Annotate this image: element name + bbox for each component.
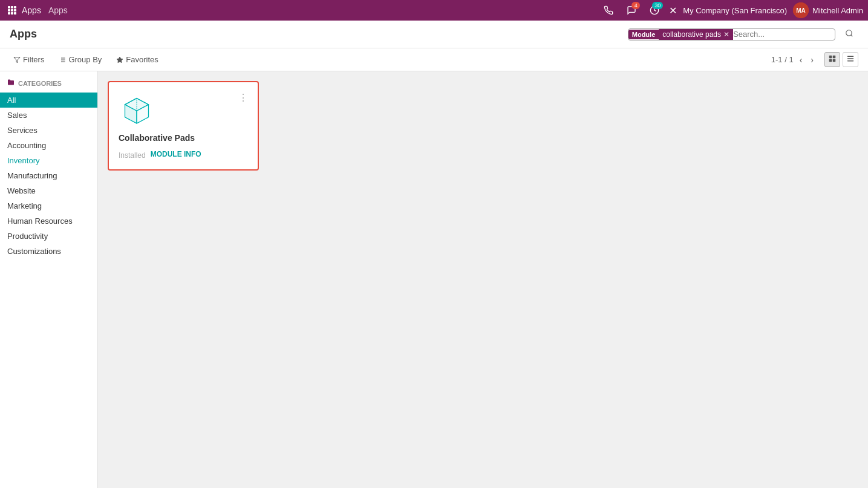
search-wrapper: Module collaborative pads ✕ [628, 28, 835, 41]
svg-rect-27 [847, 58, 854, 59]
sidebar-item-website[interactable]: Website [0, 183, 97, 198]
svg-rect-28 [847, 60, 854, 62]
toolbar: Filters Group By Favorites 1-1 / 1 ‹ › [0, 48, 868, 71]
svg-rect-1 [11, 6, 13, 8]
svg-marker-14 [14, 57, 20, 62]
svg-rect-3 [8, 9, 10, 11]
module-info-button[interactable]: MODULE INFO [151, 150, 201, 158]
sidebar-item-productivity[interactable]: Productivity [0, 229, 97, 244]
svg-rect-8 [14, 12, 16, 15]
prev-page-button[interactable]: ‹ [797, 54, 805, 66]
sidebar-item-sales[interactable]: Sales [0, 108, 97, 123]
favorites-button[interactable]: Favorites [113, 53, 162, 67]
svg-rect-25 [833, 59, 836, 62]
svg-text:MA: MA [796, 7, 806, 14]
main-layout: CATEGORIES All Sales Services Accounting… [0, 71, 868, 488]
card-actions: Installed MODULE INFO [119, 149, 248, 160]
sidebar: CATEGORIES All Sales Services Accounting… [0, 71, 98, 488]
sidebar-item-human-resources[interactable]: Human Resources [0, 213, 97, 229]
chat-badge: 4 [631, 2, 640, 9]
page-header: Apps Module collaborative pads ✕ [0, 21, 868, 48]
app-status: Installed [119, 151, 146, 160]
sidebar-item-marketing[interactable]: Marketing [0, 198, 97, 213]
sidebar-item-services[interactable]: Services [0, 123, 97, 138]
filters-button[interactable]: Filters [10, 53, 48, 67]
pagination-text: 1-1 / 1 [771, 55, 794, 64]
search-button[interactable] [840, 27, 858, 42]
apps-grid: ⋮ Collaborative Pads Installed MODULE IN… [108, 81, 858, 171]
next-page-button[interactable]: › [808, 54, 816, 66]
phone-icon[interactable] [600, 2, 617, 19]
list-view-button[interactable] [843, 52, 858, 67]
svg-rect-22 [829, 56, 832, 59]
app-icon [119, 92, 155, 128]
svg-rect-24 [829, 59, 832, 62]
grid-view-button[interactable] [824, 52, 840, 67]
search-module-tag: Module [628, 30, 659, 39]
categories-label: CATEGORIES [0, 79, 97, 93]
page-title: Apps [10, 28, 37, 41]
chat-icon[interactable]: 4 [623, 2, 640, 19]
sidebar-item-accounting[interactable]: Accounting [0, 138, 97, 153]
svg-rect-7 [11, 12, 13, 15]
topbar-right: 4 30 ✕ My Company (San Francisco) MA Mit… [600, 2, 863, 19]
topbar-app-label: Apps [22, 5, 41, 15]
folder-icon [7, 79, 15, 88]
svg-rect-23 [833, 56, 836, 59]
svg-rect-26 [847, 56, 854, 57]
grid-icon[interactable] [5, 3, 19, 18]
card-menu-icon[interactable]: ⋮ [238, 92, 248, 103]
sidebar-item-all[interactable]: All [0, 93, 97, 108]
clock-icon[interactable]: 30 [646, 2, 663, 19]
search-input[interactable] [733, 30, 835, 39]
sidebar-item-manufacturing[interactable]: Manufacturing [0, 168, 97, 183]
content-area: ⋮ Collaborative Pads Installed MODULE IN… [98, 71, 868, 488]
svg-point-12 [846, 30, 852, 36]
topbar: Apps Apps 4 30 ✕ My Company (San Francis… [0, 0, 868, 21]
svg-rect-6 [8, 12, 10, 15]
company-name[interactable]: My Company (San Francisco) [683, 6, 787, 15]
user-menu[interactable]: MA Mitchell Admin [793, 2, 863, 18]
search-value-text: collaborative pads [662, 30, 721, 39]
search-bar: Module collaborative pads ✕ [628, 27, 858, 42]
clock-badge: 30 [652, 2, 663, 9]
app-title: Collaborative Pads [119, 133, 248, 143]
sidebar-item-inventory[interactable]: Inventory [0, 153, 97, 168]
card-header: ⋮ [119, 92, 248, 128]
group-by-label: Group By [68, 55, 102, 64]
pagination: 1-1 / 1 ‹ › [771, 52, 858, 67]
search-value-tag: collaborative pads ✕ [659, 29, 733, 40]
favorites-label: Favorites [126, 55, 158, 64]
svg-rect-2 [14, 6, 16, 8]
avatar: MA [793, 2, 809, 18]
app-card-collaborative-pads[interactable]: ⋮ Collaborative Pads Installed MODULE IN… [108, 81, 259, 171]
remove-search-tag[interactable]: ✕ [723, 30, 729, 39]
sidebar-item-customizations[interactable]: Customizations [0, 244, 97, 259]
filters-label: Filters [23, 55, 44, 64]
view-toggle [824, 52, 858, 67]
svg-rect-5 [14, 9, 16, 11]
svg-rect-0 [8, 6, 10, 8]
group-by-button[interactable]: Group By [55, 53, 105, 67]
close-icon[interactable]: ✕ [669, 5, 677, 16]
svg-rect-4 [11, 9, 13, 11]
svg-marker-21 [117, 57, 123, 63]
user-name: Mitchell Admin [812, 6, 863, 15]
topbar-breadcrumb: Apps [48, 5, 68, 15]
svg-line-13 [851, 35, 853, 37]
